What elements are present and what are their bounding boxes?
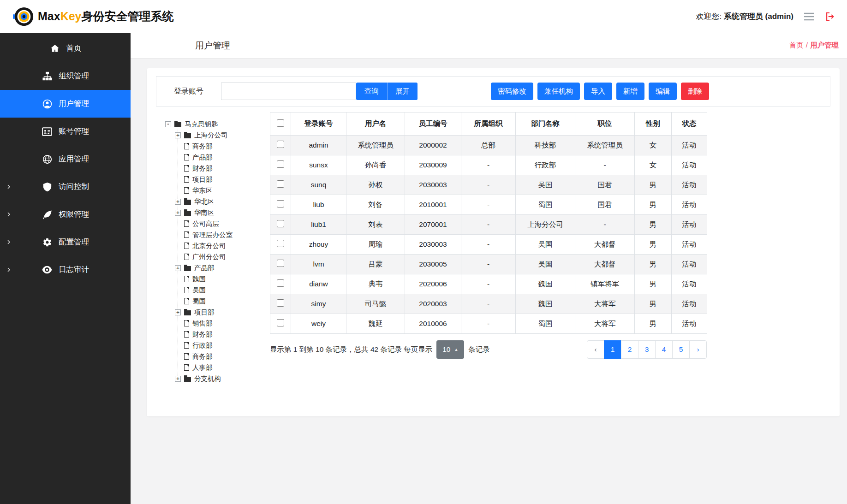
collapse-icon[interactable]: - (165, 121, 171, 127)
import-button[interactable]: 导入 (584, 83, 612, 100)
sidebar-item-permissions[interactable]: 权限管理 (0, 201, 131, 228)
table-row[interactable]: zhouy周瑜2030003-吴国大都督男活动 (270, 235, 707, 255)
tree-node[interactable]: +分支机构 (175, 373, 265, 384)
expand-icon[interactable]: + (175, 199, 181, 205)
page-button-4[interactable]: 4 (655, 340, 673, 359)
search-panel: 登录账号 查询 展开 密码修改 兼任机构 导入 新增 编辑 删除 (156, 76, 830, 107)
next-page-button[interactable]: › (689, 340, 707, 359)
expand-button[interactable]: 展开 (387, 83, 418, 100)
page-button-2[interactable]: 2 (621, 340, 638, 359)
page-title: 用户管理 (195, 40, 230, 52)
table-row[interactable]: sunsx孙尚香2030009-行政部-女活动 (270, 155, 707, 175)
login-account-input[interactable] (221, 83, 356, 100)
file-icon (184, 320, 189, 326)
table-row[interactable]: liub1刘表2070001-上海分公司-男活动 (270, 215, 707, 235)
logout-icon[interactable] (825, 12, 835, 22)
table-row[interactable]: weiy魏延2010006-蜀国大将军男活动 (270, 314, 707, 334)
sidebar-item-label: 日志审计 (59, 265, 89, 275)
tree-node[interactable]: 商务部 (175, 141, 265, 152)
tree-node[interactable]: 魏国 (175, 273, 265, 285)
breadcrumb-current[interactable]: 用户管理 (810, 41, 839, 49)
page-list: ‹ 1 2 3 4 5 › (587, 340, 707, 359)
tree-node[interactable]: 广州分公司 (175, 251, 265, 262)
tree-node[interactable]: 行政部 (175, 340, 265, 351)
globe-icon (42, 154, 53, 164)
tree-node[interactable]: 蜀国 (175, 296, 265, 307)
page-button-1[interactable]: 1 (604, 340, 621, 359)
tree-node[interactable]: +产品部 (175, 262, 265, 273)
edit-button[interactable]: 编辑 (649, 83, 677, 100)
table-row[interactable]: simy司马懿2020003-魏国大将军男活动 (270, 294, 707, 314)
row-checkbox[interactable] (277, 240, 284, 247)
tree-node[interactable]: 产品部 (175, 152, 265, 163)
query-button[interactable]: 查询 (356, 83, 387, 100)
brand-max: Max (38, 10, 60, 23)
expand-icon[interactable]: + (175, 309, 181, 315)
title-bar: 用户管理 首页/用户管理 (131, 33, 847, 58)
row-checkbox[interactable] (277, 319, 284, 326)
file-icon (184, 342, 189, 349)
tree-node[interactable]: 财务部 (175, 163, 265, 174)
header-right: 欢迎您: 系统管理员 (admin) (696, 11, 835, 22)
sidebar-item-accounts[interactable]: 账号管理 (0, 118, 131, 145)
file-icon (184, 143, 189, 149)
id-card-icon (42, 127, 53, 136)
tree-node[interactable]: 公司高层 (175, 218, 265, 229)
tree-node[interactable]: 项目部 (175, 174, 265, 185)
sidebar-item-configuration[interactable]: 配置管理 (0, 228, 131, 256)
sidebar-item-audit-logs[interactable]: 日志审计 (0, 256, 131, 284)
add-button[interactable]: 新增 (616, 83, 644, 100)
tree-node[interactable]: 华东区 (175, 185, 265, 196)
expand-icon[interactable]: + (175, 210, 181, 216)
select-all-checkbox[interactable] (277, 119, 284, 127)
row-checkbox[interactable] (277, 160, 284, 168)
tree-node[interactable]: 财务部 (175, 329, 265, 340)
tree-node[interactable]: +华北区 (175, 196, 265, 207)
menu-icon[interactable] (804, 12, 815, 21)
prev-page-button[interactable]: ‹ (587, 340, 604, 359)
sidebar-item-applications[interactable]: 应用管理 (0, 145, 131, 173)
row-checkbox[interactable] (277, 180, 284, 188)
row-checkbox[interactable] (277, 299, 284, 307)
tree-node[interactable]: +上海分公司 (175, 130, 265, 141)
row-checkbox[interactable] (277, 279, 284, 287)
adjunct-org-button[interactable]: 兼任机构 (537, 83, 580, 100)
tree-node[interactable]: +华南区 (175, 207, 265, 218)
row-checkbox[interactable] (277, 200, 284, 208)
tree-node[interactable]: 管理层办公室 (175, 229, 265, 240)
sidebar-item-users[interactable]: 用户管理 (0, 90, 131, 118)
breadcrumb-home-link[interactable]: 首页 (789, 41, 804, 49)
delete-button[interactable]: 删除 (681, 83, 709, 100)
row-checkbox[interactable] (277, 260, 284, 267)
tree-node[interactable]: 销售部 (175, 318, 265, 329)
expand-icon[interactable]: + (175, 132, 181, 138)
sidebar-item-access-control[interactable]: 访问控制 (0, 173, 131, 201)
expand-icon[interactable]: + (175, 376, 181, 382)
expand-icon[interactable]: + (175, 265, 181, 271)
tree-root-node[interactable]: -马克思钥匙 (165, 119, 265, 130)
file-icon (184, 243, 189, 249)
sidebar-item-organizations[interactable]: 组织管理 (0, 62, 131, 90)
page-size-dropdown[interactable]: 10▲ (436, 340, 464, 359)
tree-node[interactable]: 商务部 (175, 351, 265, 362)
file-icon (184, 154, 189, 160)
page-button-3[interactable]: 3 (638, 340, 656, 359)
tree-node[interactable]: 人事部 (175, 362, 265, 373)
table-header-row: 登录账号 用户名 员工编号 所属组织 部门名称 职位 性别 状态 (270, 113, 707, 136)
table-row[interactable]: sunq孙权2030003-吴国国君男活动 (270, 175, 707, 195)
row-checkbox[interactable] (277, 220, 284, 227)
tree-node[interactable]: 北京分公司 (175, 240, 265, 251)
page-button-5[interactable]: 5 (672, 340, 690, 359)
file-icon (184, 165, 189, 172)
row-checkbox[interactable] (277, 141, 284, 148)
table-row[interactable]: lvm吕蒙2030005-吴国大都督男活动 (270, 255, 707, 274)
welcome-user: 系统管理员 (admin) (724, 12, 793, 21)
tree-node[interactable]: 吴国 (175, 285, 265, 296)
table-row[interactable]: liub刘备2010001-蜀国国君男活动 (270, 195, 707, 215)
table-row[interactable]: admin系统管理员2000002总部科技部系统管理员女活动 (270, 136, 707, 155)
sidebar-item-home[interactable]: 首页 (0, 35, 131, 62)
table-row[interactable]: dianw典韦2020006-魏国镇军将军男活动 (270, 274, 707, 294)
tree-node[interactable]: +项目部 (175, 307, 265, 318)
column-header-name: 用户名 (346, 113, 405, 136)
change-password-button[interactable]: 密码修改 (491, 83, 533, 100)
